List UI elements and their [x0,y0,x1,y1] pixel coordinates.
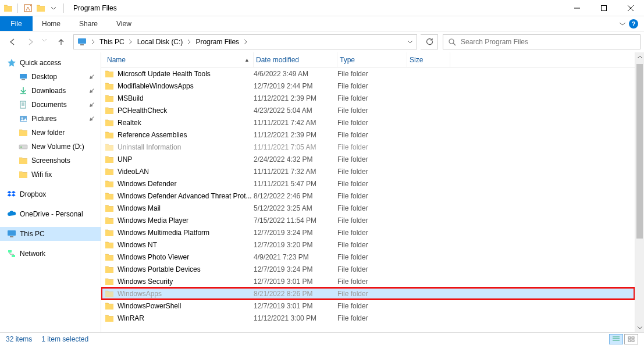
chevron-right-icon[interactable] [89,39,97,45]
ribbon-tab-share[interactable]: Share [70,16,107,31]
breadcrumb-pc-icon [77,37,87,47]
table-row[interactable]: ModifiableWindowsApps12/7/2019 2:44 PMFi… [101,80,635,92]
sidebar-item-desktop[interactable]: Desktop [0,70,101,84]
row-date: 11/11/2021 7:32 AM [254,168,337,176]
folder-icon [105,277,114,286]
table-row[interactable]: PCHealthCheck4/23/2022 5:04 AMFile folde… [101,104,635,116]
search-box[interactable] [443,34,641,49]
ribbon-tab-file[interactable]: File [0,16,33,31]
row-name: WindowsPowerShell [118,302,254,310]
svg-rect-13 [12,255,15,257]
sidebar-item-screenshots[interactable]: Screenshots [0,154,101,168]
ribbon-expand-icon[interactable] [620,21,625,27]
breadcrumb-item[interactable]: Program Files [193,38,241,46]
folder-icon [105,289,114,298]
table-row[interactable]: VideoLAN11/11/2021 7:32 AMFile folder [101,165,635,177]
help-icon[interactable]: ? [629,19,638,29]
sidebar-item-downloads[interactable]: Downloads [0,84,101,98]
table-row[interactable]: UNP2/24/2022 4:32 PMFile folder [101,153,635,165]
sidebar-this-pc[interactable]: This PC [0,227,101,241]
nav-back-button[interactable] [3,35,21,49]
ribbon: File Home Share View ? [0,16,644,31]
column-header-date[interactable]: Date modified [254,52,337,67]
sidebar-onedrive[interactable]: OneDrive - Personal [0,207,101,221]
sidebar-network[interactable]: Network [0,247,101,261]
chevron-right-icon[interactable] [127,39,135,45]
nav-recent-dropdown[interactable] [41,35,51,49]
table-row[interactable]: Windows Media Player7/15/2022 11:54 PMFi… [101,214,635,226]
folder-icon [105,167,114,176]
ribbon-tab-view[interactable]: View [107,16,141,31]
sidebar-item-pictures[interactable]: Pictures [0,112,101,126]
nav-forward-button[interactable] [22,35,40,49]
folder-icon [105,179,114,188]
table-row[interactable]: Microsoft Update Health Tools4/6/2022 3:… [101,67,635,80]
table-row[interactable]: Windows Multimedia Platform12/7/2019 3:2… [101,226,635,239]
sidebar-dropbox[interactable]: Dropbox [0,187,101,201]
star-icon [7,58,16,67]
folder-icon [105,265,114,274]
column-header-size[interactable]: Size [407,52,450,67]
column-header-name[interactable]: Name▲ [105,52,254,67]
row-name: Windows Security [118,278,254,286]
table-row[interactable]: WindowsPowerShell12/7/2019 3:01 PMFile f… [101,300,635,312]
table-row[interactable]: WindowsApps8/21/2022 8:26 PMFile folder [101,287,635,300]
search-input[interactable] [461,38,635,46]
table-row[interactable]: Windows Mail5/12/2022 3:25 AMFile folder [101,202,635,214]
column-header-type[interactable]: Type [337,52,407,67]
vertical-scrollbar[interactable] [635,52,644,332]
row-type: File folder [337,241,407,249]
breadcrumb-dropdown-icon[interactable] [404,40,417,44]
table-row[interactable]: Reference Assemblies11/12/2021 2:39 PMFi… [101,129,635,141]
row-name: MSBuild [118,94,254,102]
row-type: File folder [337,278,407,286]
table-row[interactable]: MSBuild11/12/2021 2:39 PMFile folder [101,92,635,104]
drive-icon [19,142,28,151]
row-name: UNP [118,155,254,163]
breadcrumb[interactable]: This PC Local Disk (C:) Program Files [73,34,417,49]
sidebar-quick-access[interactable]: Quick access [0,56,101,70]
qat-properties-icon[interactable] [23,3,33,13]
sidebar-item-documents[interactable]: Documents [0,98,101,112]
nav-up-button[interactable] [52,35,70,49]
minimize-button[interactable] [564,0,590,16]
folder-icon [105,191,114,201]
table-row[interactable]: WinRAR11/12/2021 3:00 PMFile folder [101,312,635,324]
scroll-down-icon[interactable] [635,323,644,332]
table-row[interactable]: Windows Photo Viewer4/9/2021 7:23 PMFile… [101,251,635,263]
refresh-button[interactable] [421,34,438,49]
table-row[interactable]: Windows Portable Devices12/7/2019 3:24 P… [101,263,635,275]
breadcrumb-item[interactable]: This PC [97,38,127,46]
row-type: File folder [337,168,407,176]
row-date: 2/24/2022 4:32 PM [254,155,337,163]
view-large-button[interactable] [624,334,638,344]
row-date: 12/7/2019 3:24 PM [254,229,337,237]
sidebar-item-wifi-fix[interactable]: Wifi fix [0,168,101,182]
scroll-thumb[interactable] [636,64,643,239]
row-name: Windows Media Player [118,216,254,225]
chevron-right-icon[interactable] [241,39,250,45]
qat-newfolder-icon[interactable] [35,3,46,13]
row-date: 11/11/2021 7:42 AM [254,119,337,127]
sidebar-item-new-volume-d-[interactable]: New Volume (D:) [0,140,101,154]
breadcrumb-item[interactable]: Local Disk (C:) [135,38,186,46]
table-row[interactable]: Windows Defender11/11/2021 5:47 PMFile f… [101,177,635,190]
folder-icon [105,314,114,323]
table-row[interactable]: Windows Defender Advanced Threat Prot...… [101,190,635,202]
sidebar-item-new-folder[interactable]: New folder [0,126,101,140]
maximize-button[interactable] [590,0,617,16]
row-date: 12/7/2019 3:20 PM [254,241,337,249]
column-headers: Name▲ Date modified Type Size [101,52,635,67]
view-details-button[interactable] [609,334,623,344]
network-icon [7,249,16,258]
table-row[interactable]: Uninstall Information11/11/2021 7:05 AMF… [101,141,635,153]
qat-dropdown-icon[interactable] [48,3,59,13]
pin-icon [88,87,96,95]
table-row[interactable]: Realtek11/11/2021 7:42 AMFile folder [101,116,635,129]
chevron-right-icon[interactable] [185,39,193,45]
scroll-up-icon[interactable] [635,52,644,62]
ribbon-tab-home[interactable]: Home [33,16,70,31]
table-row[interactable]: Windows NT12/7/2019 3:20 PMFile folder [101,239,635,251]
table-row[interactable]: Windows Security12/7/2019 3:01 PMFile fo… [101,275,635,287]
close-button[interactable] [617,0,644,16]
